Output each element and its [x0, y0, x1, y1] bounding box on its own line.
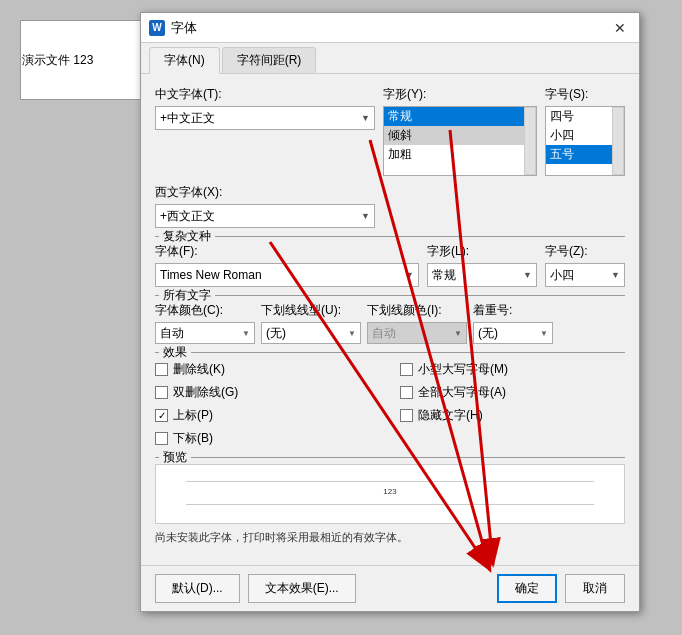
- hidden-label: 隐藏文字(H): [418, 407, 483, 424]
- size-list: 四号 小四 五号: [545, 106, 625, 176]
- western-font-select[interactable]: +西文正文 ▼: [155, 204, 375, 228]
- style-item-bold[interactable]: 加粗: [384, 145, 524, 164]
- complex-font-arrow: ▼: [405, 270, 414, 280]
- row-western-font: 西文字体(X): +西文正文 ▼: [155, 184, 625, 228]
- style-scrollbar[interactable]: [524, 107, 536, 175]
- superscript-label: 上标(P): [173, 407, 213, 424]
- style-item-italic[interactable]: 倾斜: [384, 126, 524, 145]
- complex-style-label: 字形(L):: [427, 243, 537, 260]
- tab-font[interactable]: 字体(N): [149, 47, 220, 74]
- emphasis-value[interactable]: (无) ▼: [473, 322, 553, 344]
- tab-bar: 字体(N) 字符间距(R): [141, 43, 639, 74]
- size-scrollbar[interactable]: [612, 107, 624, 175]
- preview-line-bottom: [186, 504, 594, 505]
- size-item-5[interactable]: 五号: [546, 145, 612, 164]
- cancel-button[interactable]: 取消: [565, 574, 625, 603]
- strikethrough-checkbox[interactable]: [155, 363, 168, 376]
- complex-font-select[interactable]: Times New Roman ▼: [155, 263, 419, 287]
- effects-divider: 效果: [155, 352, 625, 353]
- font-color-label: 字体颜色(C):: [155, 302, 255, 319]
- complex-font-group: 字体(F): Times New Roman ▼: [155, 243, 419, 287]
- style-list: 常规 倾斜 加粗: [383, 106, 537, 176]
- font-color-value[interactable]: 自动 ▼: [155, 322, 255, 344]
- text-effect-button[interactable]: 文本效果(E)...: [248, 574, 356, 603]
- underline-color-arrow: ▼: [454, 329, 462, 338]
- font-color-group: 字体颜色(C): 自动 ▼: [155, 302, 255, 344]
- title-left: W 字体: [149, 19, 197, 37]
- effect-subscript: 下标(B): [155, 428, 380, 449]
- tab-spacing[interactable]: 字符间距(R): [222, 47, 317, 73]
- complex-divider: 复杂文种: [155, 236, 625, 237]
- effect-strikethrough: 删除线(K): [155, 359, 380, 380]
- chinese-font-select[interactable]: +中文正文 ▼: [155, 106, 375, 130]
- effect-double-strike: 双删除线(G): [155, 382, 380, 403]
- underline-color-label: 下划线颜色(I):: [367, 302, 467, 319]
- hidden-checkbox[interactable]: [400, 409, 413, 422]
- complex-size-select[interactable]: 小四 ▼: [545, 263, 625, 287]
- small-caps-label: 小型大写字母(M): [418, 361, 508, 378]
- complex-style-arrow: ▼: [523, 270, 532, 280]
- chinese-font-arrow: ▼: [361, 113, 370, 123]
- complex-section-label: 复杂文种: [159, 228, 215, 245]
- effect-all-caps: 全部大写字母(A): [400, 382, 625, 403]
- dialog-body: 中文字体(T): +中文正文 ▼ 字形(Y): 常规 倾斜 加粗: [141, 74, 639, 565]
- chinese-font-label: 中文字体(T):: [155, 86, 375, 103]
- effect-superscript: 上标(P): [155, 405, 380, 426]
- effects-grid: 删除线(K) 小型大写字母(M) 双删除线(G) 全部大写字母(A) 上标(P)…: [155, 359, 625, 449]
- style-list-inner: 常规 倾斜 加粗: [384, 107, 524, 175]
- underline-color-select: 自动 ▼: [367, 322, 467, 344]
- effect-small-caps: 小型大写字母(M): [400, 359, 625, 380]
- font-color-select: 自动 ▼: [155, 322, 255, 344]
- small-caps-checkbox[interactable]: [400, 363, 413, 376]
- emphasis-label: 着重号:: [473, 302, 553, 319]
- western-font-arrow: ▼: [361, 211, 370, 221]
- preview-line-top: [186, 481, 594, 482]
- preview-divider: 预览: [155, 457, 625, 458]
- emphasis-arrow: ▼: [540, 329, 548, 338]
- row-chinese-font: 中文字体(T): +中文正文 ▼ 字形(Y): 常规 倾斜 加粗: [155, 86, 625, 176]
- effects-section-label: 效果: [159, 344, 191, 361]
- dialog-footer: 默认(D)... 文本效果(E)... 确定 取消: [141, 565, 639, 611]
- row-all-text: 字体颜色(C): 自动 ▼ 下划线线型(U): (无) ▼: [155, 302, 625, 344]
- subscript-checkbox[interactable]: [155, 432, 168, 445]
- complex-style-group: 字形(L): 常规 ▼: [427, 243, 537, 287]
- underline-style-label: 下划线线型(U):: [261, 302, 361, 319]
- size-item-4[interactable]: 四号: [546, 107, 612, 126]
- underline-color-value[interactable]: 自动 ▼: [367, 322, 467, 344]
- default-button[interactable]: 默认(D)...: [155, 574, 240, 603]
- strikethrough-label: 删除线(K): [173, 361, 225, 378]
- style-group: 字形(Y): 常规 倾斜 加粗: [383, 86, 537, 176]
- font-dialog: W 字体 ✕ 字体(N) 字符间距(R) 中文字体(T): +中文正文 ▼ 字形…: [140, 12, 640, 612]
- all-caps-checkbox[interactable]: [400, 386, 413, 399]
- dialog-title-bar: W 字体 ✕: [141, 13, 639, 43]
- size-item-small4[interactable]: 小四: [546, 126, 612, 145]
- effect-hidden: 隐藏文字(H): [400, 405, 625, 426]
- complex-size-arrow: ▼: [611, 270, 620, 280]
- font-color-arrow: ▼: [242, 329, 250, 338]
- complex-style-select[interactable]: 常规 ▼: [427, 263, 537, 287]
- preview-content: 123: [383, 487, 396, 501]
- subscript-label: 下标(B): [173, 430, 213, 447]
- size-group: 字号(S): 四号 小四 五号: [545, 86, 625, 176]
- underline-style-group: 下划线线型(U): (无) ▼: [261, 302, 361, 344]
- ok-button[interactable]: 确定: [497, 574, 557, 603]
- double-strike-label: 双删除线(G): [173, 384, 238, 401]
- complex-size-label: 字号(Z):: [545, 243, 625, 260]
- superscript-checkbox[interactable]: [155, 409, 168, 422]
- emphasis-group: 着重号: (无) ▼: [473, 302, 553, 344]
- underline-style-value[interactable]: (无) ▼: [261, 322, 361, 344]
- underline-style-arrow: ▼: [348, 329, 356, 338]
- underline-style-select: (无) ▼: [261, 322, 361, 344]
- close-button[interactable]: ✕: [609, 17, 631, 39]
- document-text: 演示文件 123: [22, 52, 93, 69]
- style-label: 字形(Y):: [383, 86, 537, 103]
- emphasis-select: (无) ▼: [473, 322, 553, 344]
- size-label: 字号(S):: [545, 86, 625, 103]
- double-strike-checkbox[interactable]: [155, 386, 168, 399]
- preview-text: 123: [383, 487, 396, 496]
- all-caps-label: 全部大写字母(A): [418, 384, 506, 401]
- dialog-icon: W: [149, 20, 165, 36]
- style-item-regular[interactable]: 常规: [384, 107, 524, 126]
- notice-text: 尚未安装此字体，打印时将采用最相近的有效字体。: [155, 530, 625, 545]
- all-text-section-label: 所有文字: [159, 287, 215, 304]
